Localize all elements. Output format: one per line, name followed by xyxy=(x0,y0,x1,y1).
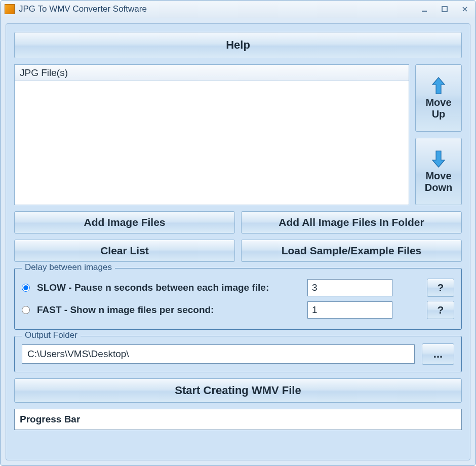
app-window: JPG To WMV Converter Software Help JPG F… xyxy=(0,0,476,466)
maximize-button[interactable] xyxy=(436,4,453,14)
move-up-button[interactable]: Move Up xyxy=(415,64,462,132)
window-controls xyxy=(416,4,473,14)
output-fieldset: Output Folder ... xyxy=(14,336,462,372)
question-mark-icon: ? xyxy=(438,304,444,316)
delay-slow-value[interactable] xyxy=(307,279,392,296)
delay-slow-radio[interactable] xyxy=(22,284,30,292)
delay-fieldset: Delay between images SLOW - Pause n seco… xyxy=(14,268,462,330)
question-mark-icon: ? xyxy=(438,282,444,294)
titlebar: JPG To WMV Converter Software xyxy=(1,1,475,18)
browse-button[interactable]: ... xyxy=(422,343,454,365)
add-image-files-button[interactable]: Add Image Files xyxy=(14,211,235,234)
file-row: JPG File(s) Move Up Move Down xyxy=(14,64,462,205)
ellipsis-icon: ... xyxy=(433,347,443,361)
close-button[interactable] xyxy=(456,4,473,14)
file-list[interactable]: JPG File(s) xyxy=(14,64,409,205)
delay-slow-label: SLOW - Pause n seconds between each imag… xyxy=(37,282,300,293)
file-list-header: JPG File(s) xyxy=(15,65,409,81)
progress-bar: Progress Bar xyxy=(14,409,462,430)
move-column: Move Up Move Down xyxy=(415,64,462,205)
start-button[interactable]: Start Creating WMV File xyxy=(14,378,462,403)
svg-rect-0 xyxy=(422,11,427,12)
minimize-button[interactable] xyxy=(416,4,433,14)
add-folder-label: Add All Image Files In Folder xyxy=(279,216,424,228)
clear-list-label: Clear List xyxy=(100,245,149,257)
delay-fast-row: FAST - Show n image files per second: ? xyxy=(22,300,454,320)
close-icon xyxy=(462,6,468,12)
progress-label: Progress Bar xyxy=(20,414,80,425)
client-area: Help JPG File(s) Move Up Move Down xyxy=(6,23,470,460)
maximize-icon xyxy=(442,6,448,12)
add-row: Add Image Files Add All Image Files In F… xyxy=(14,211,462,234)
add-folder-button[interactable]: Add All Image Files In Folder xyxy=(241,211,462,234)
output-legend: Output Folder xyxy=(22,330,81,340)
output-row: ... xyxy=(22,343,454,365)
delay-slow-row: SLOW - Pause n seconds between each imag… xyxy=(22,278,454,298)
arrow-up-icon xyxy=(431,76,446,95)
delay-fast-value[interactable] xyxy=(307,301,392,319)
delay-fast-help-button[interactable]: ? xyxy=(427,301,454,319)
window-title: JPG To WMV Converter Software xyxy=(19,4,416,14)
load-sample-button[interactable]: Load Sample/Example Files xyxy=(241,240,462,262)
delay-slow-help-button[interactable]: ? xyxy=(427,279,454,297)
load-sample-label: Load Sample/Example Files xyxy=(282,245,422,257)
clear-row: Clear List Load Sample/Example Files xyxy=(14,240,462,262)
move-down-label: Move Down xyxy=(418,170,459,193)
file-list-body[interactable] xyxy=(15,81,409,205)
app-icon xyxy=(5,4,15,14)
svg-rect-1 xyxy=(442,7,447,12)
move-down-button[interactable]: Move Down xyxy=(415,138,462,205)
delay-fast-label: FAST - Show n image files per second: xyxy=(37,304,300,316)
add-image-files-label: Add Image Files xyxy=(84,216,165,228)
arrow-down-icon xyxy=(431,150,446,168)
output-path-input[interactable] xyxy=(22,344,415,364)
start-button-label: Start Creating WMV File xyxy=(175,384,301,397)
help-button-label: Help xyxy=(226,38,250,52)
delay-legend: Delay between images xyxy=(22,262,115,273)
delay-fast-radio[interactable] xyxy=(22,306,30,314)
minimize-icon xyxy=(421,6,427,12)
help-button[interactable]: Help xyxy=(14,32,462,58)
move-up-label: Move Up xyxy=(418,97,459,120)
clear-list-button[interactable]: Clear List xyxy=(14,240,235,262)
